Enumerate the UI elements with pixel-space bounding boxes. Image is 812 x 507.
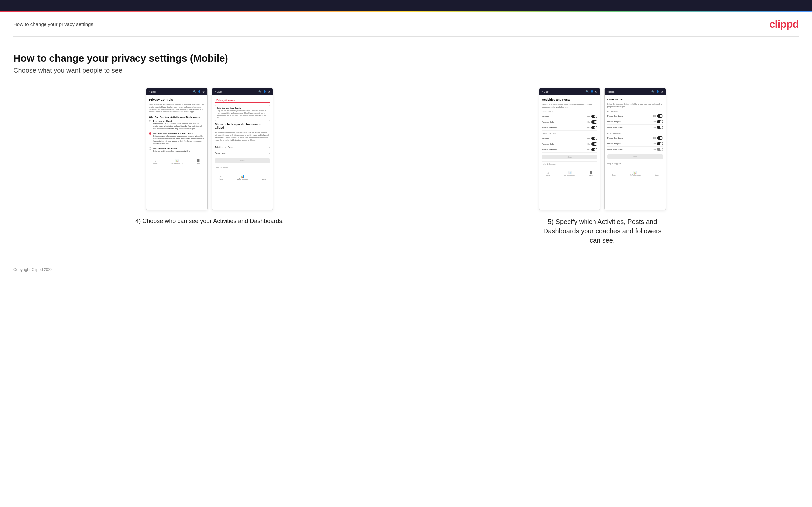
followers-header-4: FOLLOWERS: [607, 132, 663, 134]
toggle-followers-round-insights-on: ON: [653, 143, 656, 145]
radio-coach-only[interactable]: [149, 147, 151, 150]
toggle-coaches-work-on-on: ON: [653, 126, 656, 128]
screen-2-back[interactable]: < Back: [214, 91, 222, 93]
tab-menu-2-label: Menu: [262, 178, 266, 180]
option-followers[interactable]: Only Approved Followers and Your Coach O…: [149, 132, 205, 145]
tab-performance-2[interactable]: 📊 My Performance: [237, 174, 248, 180]
toggle-coaches-round-insights-switch[interactable]: [657, 120, 663, 123]
toggle-coaches-player[interactable]: Player Dashboard ON: [607, 113, 663, 119]
screen-4-title: Dashboards: [607, 98, 663, 101]
screen-1-back[interactable]: < Back: [149, 91, 156, 93]
save-button-3[interactable]: Save: [542, 155, 598, 159]
screen-1-who-label: Who Can See Your Activities and Dashboar…: [149, 116, 205, 118]
screen-3-tabbar: ⌂ Home 📊 My Performance ☰ Menu: [539, 169, 600, 177]
search-icon: 🔍: [193, 90, 196, 93]
toggle-followers-player[interactable]: Player Dashboard ON: [607, 135, 663, 141]
tab-performance-3[interactable]: 📊 My Performance: [564, 171, 575, 176]
tab-home-4-label: Home: [612, 174, 616, 176]
toggle-followers-rounds-switch[interactable]: [592, 137, 598, 140]
option-everyone-text: Everyone on Clippd Everyone on Clippd ca…: [153, 120, 205, 130]
tab-performance-1[interactable]: 📊 My Performance: [172, 159, 183, 164]
screen-4-topbar: < Back 🔍 👤 ⚙: [605, 88, 666, 95]
tab-menu-1-label: Menu: [197, 163, 200, 164]
option-coach-only[interactable]: Only You and Your Coach Only you and the…: [149, 147, 205, 152]
screen-1-title: Privacy Controls: [149, 98, 205, 101]
home-icon-1: ⌂: [155, 159, 156, 162]
screen-1-body: Control how you and your data appears to…: [149, 103, 205, 113]
screen-1-content: Privacy Controls Control how you and you…: [146, 95, 207, 157]
tab-performance-4[interactable]: 📊 My Performance: [630, 171, 641, 176]
screen-3-back[interactable]: < Back: [542, 91, 549, 93]
tab-home-1-label: Home: [153, 163, 157, 164]
toggle-followers-work-on-switch[interactable]: [657, 148, 663, 151]
radio-followers[interactable]: [149, 132, 151, 135]
nav-activities[interactable]: Activities and Posts ›: [214, 144, 270, 150]
toggle-coaches-rounds-switch[interactable]: [592, 115, 598, 118]
caption-left-text: 4) Choose who can see your Activities an…: [136, 217, 284, 225]
user-icon-2: 👤: [263, 90, 266, 93]
toggle-coaches-manual[interactable]: Manual Activities ON: [542, 125, 598, 131]
screen-4-tabbar: ⌂ Home 📊 My Performance ☰ Menu: [605, 169, 666, 177]
toggle-followers-drills-switch[interactable]: [592, 143, 598, 146]
toggle-followers-manual[interactable]: Manual Activities ON: [542, 147, 598, 153]
tab-menu-1[interactable]: ☰ Menu: [197, 159, 200, 164]
toggle-followers-rounds-label: Rounds: [542, 137, 549, 139]
menu-icon-3: ☰: [590, 171, 593, 174]
screen-4-back[interactable]: < Back: [607, 91, 615, 93]
save-button-4[interactable]: Save: [607, 154, 663, 159]
screen-2-icons: 🔍 👤 ⚙: [258, 90, 270, 93]
nav-dashboards-label: Dashboards: [214, 152, 226, 154]
toggle-coaches-manual-switch[interactable]: [592, 126, 598, 129]
footer: Copyright Clippd 2022: [0, 261, 812, 279]
toggle-coaches-drills-label: Practice Drills: [542, 121, 554, 123]
radio-everyone[interactable]: [149, 120, 151, 122]
toggle-coaches-drills-switch[interactable]: [592, 120, 598, 124]
toggle-coaches-drills[interactable]: Practice Drills ON: [542, 119, 598, 125]
screens-groups: < Back 🔍 👤 ⚙ Privacy Controls Control ho…: [13, 88, 799, 245]
menu-icon-1: ☰: [197, 159, 200, 162]
screens-left: < Back 🔍 👤 ⚙ Privacy Controls Control ho…: [146, 88, 273, 210]
info-box-title: Only You and Your Coach: [216, 107, 268, 109]
toggle-followers-player-switch[interactable]: [657, 136, 663, 140]
info-box: Only You and Your Coach Only you and the…: [214, 105, 270, 121]
tab-menu-3[interactable]: ☰ Menu: [589, 171, 593, 176]
tab-home-1[interactable]: ⌂ Home: [153, 159, 157, 164]
option-everyone[interactable]: Everyone on Clippd Everyone on Clippd ca…: [149, 120, 205, 130]
tab-menu-2[interactable]: ☰ Menu: [262, 174, 266, 180]
toggle-followers-player-on: ON: [653, 137, 656, 139]
nav-dashboards[interactable]: Dashboards ›: [214, 150, 270, 156]
followers-header-3: FOLLOWERS: [542, 133, 598, 135]
toggle-coaches-round-insights-on: ON: [653, 121, 656, 123]
toggle-followers-drills-label: Practice Drills: [542, 143, 554, 145]
screen-3-icons: 🔍 👤 ⚙: [586, 90, 598, 93]
screen-2-topbar: < Back 🔍 👤 ⚙: [212, 88, 273, 95]
settings-icon-3: ⚙: [595, 90, 598, 93]
toggle-coaches-round-insights[interactable]: Round Insights ON: [607, 119, 663, 125]
toggle-followers-round-insights[interactable]: Round Insights ON: [607, 141, 663, 147]
privacy-tab-item[interactable]: Privacy Controls: [214, 98, 237, 103]
toggle-coaches-work-on-switch[interactable]: [657, 126, 663, 129]
toggle-coaches-player-switch[interactable]: [657, 114, 663, 118]
save-button-2[interactable]: Save: [214, 158, 270, 163]
tab-performance-3-label: My Performance: [564, 174, 575, 176]
toggle-followers-rounds[interactable]: Rounds ON: [542, 136, 598, 142]
group-right: < Back 🔍 👤 ⚙ Activities and Posts Select…: [406, 88, 799, 245]
toggle-followers-drills[interactable]: Practice Drills ON: [542, 142, 598, 147]
screen-3-content: Activities and Posts Select the types of…: [539, 95, 600, 169]
tab-home-3[interactable]: ⌂ Home: [546, 171, 550, 176]
toggle-coaches-manual-on: ON: [588, 127, 590, 129]
tab-home-3-label: Home: [546, 174, 550, 176]
group-left: < Back 🔍 👤 ⚙ Privacy Controls Control ho…: [13, 88, 406, 245]
toggle-followers-work-on[interactable]: What To Work On ON: [607, 147, 663, 152]
tab-home-4[interactable]: ⌂ Home: [612, 171, 616, 176]
toggle-followers-round-insights-switch[interactable]: [657, 142, 663, 145]
tab-home-2-label: Home: [219, 178, 223, 180]
toggle-coaches-rounds[interactable]: Rounds ON: [542, 114, 598, 119]
screen-3-body: Select the types of activity that you'd …: [542, 103, 598, 108]
tab-menu-4[interactable]: ☰ Menu: [655, 171, 658, 176]
toggle-followers-manual-switch[interactable]: [592, 148, 598, 151]
screen-3-topbar: < Back 🔍 👤 ⚙: [539, 88, 600, 95]
tab-home-2[interactable]: ⌂ Home: [219, 174, 223, 180]
toggle-coaches-work-on[interactable]: What To Work On ON: [607, 125, 663, 130]
performance-icon-1: 📊: [175, 159, 179, 162]
